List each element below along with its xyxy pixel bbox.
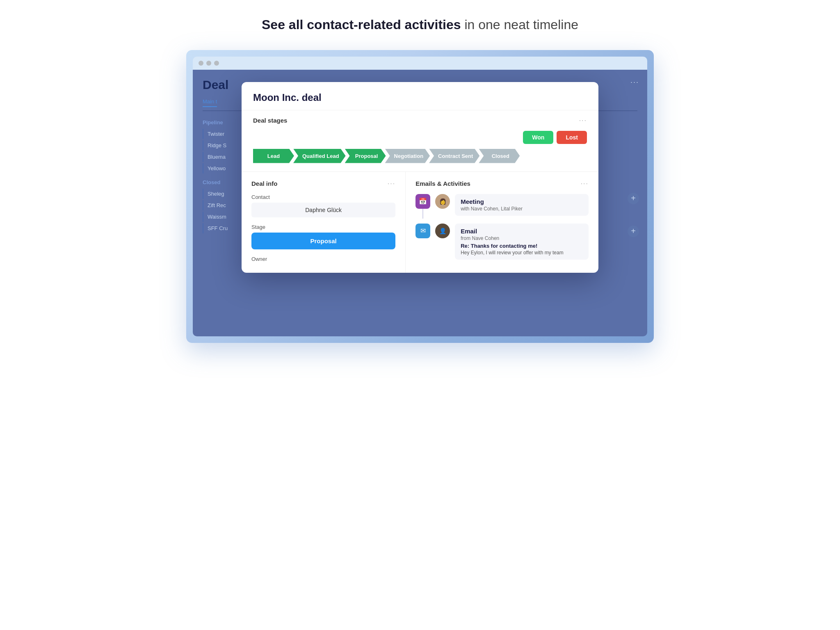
stage-negotiation[interactable]: Negotiation — [385, 149, 430, 163]
deal-info-header: Deal info ··· — [251, 180, 395, 187]
traffic-light-yellow — [206, 61, 211, 66]
modal-bottom: Deal info ··· Contact Daphne Glück Stage… — [242, 172, 598, 273]
won-lost-row: Won Lost — [253, 131, 587, 144]
stage-contract-sent[interactable]: Contract Sent — [429, 149, 479, 163]
meeting-subtitle: with Nave Cohen, Lital Piker — [461, 206, 583, 212]
deal-stages-section: Deal stages ··· Won Lost Lead — [242, 110, 598, 172]
meeting-avatar: 👩 — [435, 194, 450, 209]
email-subject: Re: Thanks for contacting me! — [461, 243, 583, 249]
headline-bold: See all contact-related activities — [262, 17, 461, 32]
activities-title: Emails & Activities — [415, 180, 470, 187]
contact-value[interactable]: Daphne Glück — [251, 203, 395, 217]
activities-menu[interactable]: ··· — [581, 180, 589, 187]
browser-content: Deal Main t Pipeline Twister Ridge S Blu… — [193, 70, 647, 336]
traffic-light-green — [214, 61, 219, 66]
email-body: Hey Eylon, I will review your offer with… — [461, 250, 583, 256]
deal-stages-header: Deal stages ··· — [253, 117, 587, 124]
deal-info-menu[interactable]: ··· — [388, 180, 395, 187]
meeting-icon-wrap: 📅 — [415, 194, 430, 219]
deal-info-title: Deal info — [251, 180, 277, 187]
deal-stages-title: Deal stages — [253, 117, 287, 124]
activity-item-meeting: 📅 👩 Meeting with Nave Cohen, Lital Piker — [415, 194, 589, 219]
stage-label: Stage — [251, 224, 395, 230]
meeting-icon: 📅 — [415, 194, 430, 209]
browser-frame: Deal Main t Pipeline Twister Ridge S Blu… — [186, 50, 654, 343]
stage-closed[interactable]: Closed — [479, 149, 520, 163]
contact-label: Contact — [251, 194, 395, 200]
activity-timeline: 📅 👩 Meeting with Nave Cohen, Lital Piker — [415, 194, 589, 265]
meeting-content: Meeting with Nave Cohen, Lital Piker — [455, 194, 589, 216]
stage-value-button[interactable]: Proposal — [251, 233, 395, 249]
stage-qualified-lead[interactable]: Qualified Lead — [293, 149, 346, 163]
won-button[interactable]: Won — [523, 131, 553, 144]
meeting-title: Meeting — [461, 198, 583, 205]
activities-panel: Emails & Activities ··· 📅 👩 — [406, 172, 598, 273]
traffic-light-red — [199, 61, 203, 66]
timeline-line-1 — [422, 209, 423, 219]
deal-info-panel: Deal info ··· Contact Daphne Glück Stage… — [242, 172, 406, 273]
browser-chrome — [193, 57, 647, 70]
email-icon-wrap: ✉ — [415, 224, 430, 238]
modal-title: Moon Inc. deal — [253, 92, 587, 103]
email-content: Email from Nave Cohen Re: Thanks for con… — [455, 224, 589, 260]
email-subtitle: from Nave Cohen — [461, 235, 583, 241]
email-title: Email — [461, 228, 583, 235]
modal-header: Moon Inc. deal — [242, 82, 598, 110]
headline-regular: in one neat timeline — [461, 17, 578, 32]
stage-lead[interactable]: Lead — [253, 149, 294, 163]
modal-overlay: Moon Inc. deal Deal stages ··· Won Lost — [193, 70, 647, 336]
activity-item-email: ✉ 👤 Email from Nave Cohen Re: Thanks for… — [415, 224, 589, 260]
deal-stages-menu[interactable]: ··· — [579, 117, 587, 124]
stage-proposal[interactable]: Proposal — [345, 149, 386, 163]
email-avatar: 👤 — [435, 224, 450, 238]
email-icon: ✉ — [415, 224, 430, 238]
page-headline: See all contact-related activities in on… — [262, 16, 578, 34]
stages-row: Lead Qualified Lead Proposal Negotiation — [253, 149, 587, 163]
deal-modal: Moon Inc. deal Deal stages ··· Won Lost — [242, 82, 598, 273]
lost-button[interactable]: Lost — [557, 131, 587, 144]
owner-label: Owner — [251, 256, 395, 262]
activities-header: Emails & Activities ··· — [415, 180, 589, 187]
